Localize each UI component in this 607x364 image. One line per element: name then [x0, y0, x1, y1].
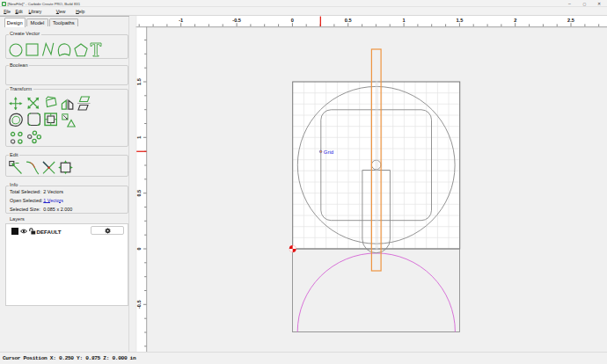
- svg-text:0.5: 0.5: [345, 18, 352, 23]
- svg-text:0: 0: [291, 18, 294, 23]
- svg-text:1: 1: [403, 18, 406, 23]
- svg-text:2: 2: [514, 18, 516, 23]
- svg-text:-1: -1: [179, 18, 183, 23]
- svg-text:2.5: 2.5: [567, 18, 574, 23]
- svg-text:1.5: 1.5: [136, 78, 142, 85]
- svg-text:1.5: 1.5: [457, 18, 464, 23]
- svg-text:Grid: Grid: [324, 149, 333, 155]
- svg-text:-0.5: -0.5: [136, 300, 142, 309]
- svg-text:1: 1: [136, 136, 142, 139]
- svg-text:0.5: 0.5: [136, 190, 142, 197]
- svg-text:0: 0: [136, 247, 142, 250]
- svg-text:-0.5: -0.5: [232, 18, 241, 23]
